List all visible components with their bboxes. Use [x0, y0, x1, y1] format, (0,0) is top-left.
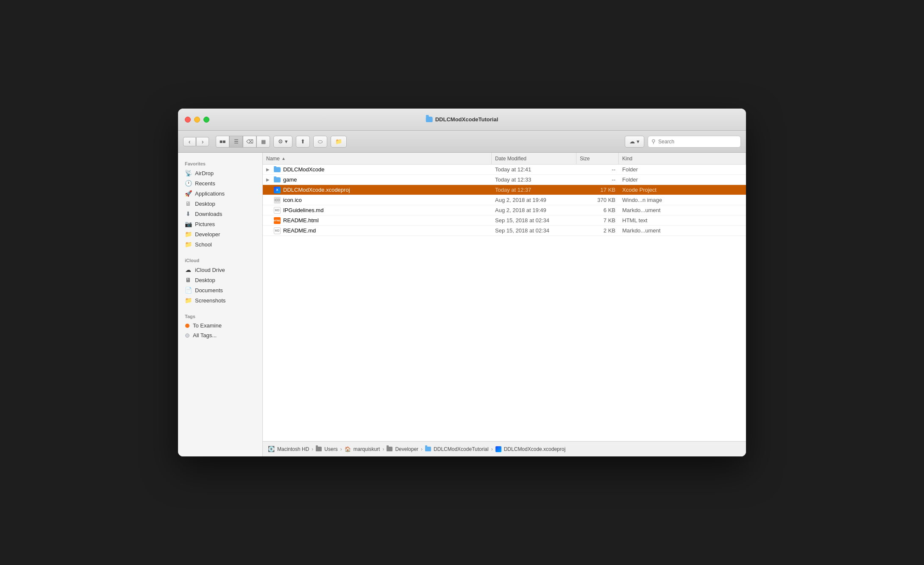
breadcrumb-label: Macintosh HD: [277, 446, 309, 452]
md2-file-icon: MD: [274, 227, 281, 234]
sidebar-item-icloud-drive[interactable]: ☁ iCloud Drive: [178, 265, 262, 275]
gear-icon: ⚙: [278, 138, 283, 145]
sidebar-label-all-tags: All Tags...: [193, 332, 217, 338]
tag-btn[interactable]: ⬭: [313, 136, 327, 148]
minimize-button[interactable]: [194, 117, 200, 123]
folder-title-icon: [426, 117, 433, 122]
file-name-label: DDLCModXcode.xcodeproj: [283, 187, 350, 193]
breadcrumb-developer[interactable]: Developer: [387, 446, 418, 452]
sidebar-item-airdrop[interactable]: 📡 AirDrop: [178, 168, 262, 178]
sidebar: Favorites 📡 AirDrop 🕐 Recents 🚀 Applicat…: [178, 153, 263, 456]
file-name-label: icon.ico: [283, 197, 302, 203]
sidebar-item-desktop[interactable]: 🖥 Desktop: [178, 199, 262, 209]
sidebar-item-developer[interactable]: 📁 Developer: [178, 229, 262, 239]
table-row[interactable]: HTML README.html Sep 15, 2018 at 02:34 7…: [263, 215, 746, 226]
titlebar: DDLCModXcodeTutorial: [178, 109, 746, 131]
breadcrumb-label: DDLCModXcode.xcodeproj: [504, 446, 565, 452]
file-name-label: game: [283, 176, 297, 183]
new-folder-btn[interactable]: 📁: [331, 136, 347, 148]
cloud-icon: ☁: [629, 138, 635, 145]
sidebar-label-screenshots: Screenshots: [195, 297, 225, 304]
window-title-text: DDLCModXcodeTutorial: [435, 116, 498, 123]
file-size-cell: 7 KB: [576, 217, 619, 224]
search-box[interactable]: ⚲: [648, 136, 741, 148]
folder-plus-icon: 📁: [335, 138, 342, 145]
table-row[interactable]: ▶ DDLCModXcode Today at 12:41 -- Folder: [263, 165, 746, 175]
html-file-icon: HTML: [274, 217, 281, 224]
share-btn[interactable]: ⬆: [296, 136, 310, 148]
sidebar-item-documents[interactable]: 📄 Documents: [178, 285, 262, 295]
table-row[interactable]: ICO icon.ico Aug 2, 2018 at 19:49 370 KB…: [263, 195, 746, 205]
col-kind[interactable]: Kind: [619, 153, 746, 164]
forward-button[interactable]: ›: [196, 137, 209, 146]
sidebar-label-pictures: Pictures: [195, 221, 215, 227]
view-icon-btn[interactable]: ■■: [216, 136, 229, 148]
html-icon: HTML: [274, 217, 281, 224]
file-name-cell: ▶ game: [263, 176, 492, 183]
sidebar-item-pictures[interactable]: 📷 Pictures: [178, 219, 262, 229]
traffic-lights: [185, 117, 209, 123]
sidebar-item-applications[interactable]: 🚀 Applications: [178, 188, 262, 199]
file-name-label: IPGuidelines.md: [283, 207, 323, 213]
sidebar-label-airdrop: AirDrop: [195, 170, 214, 176]
view-column-btn[interactable]: ⌫: [243, 136, 256, 148]
back-button[interactable]: ‹: [183, 137, 196, 146]
file-area: Name ▲ Date Modified Size Kind ▶: [263, 153, 746, 456]
col-name-label: Name: [266, 156, 280, 162]
breadcrumb-user[interactable]: 🏠 marquiskurt: [345, 446, 380, 452]
sidebar-label-desktop: Desktop: [195, 201, 215, 207]
recents-icon: 🕐: [185, 180, 192, 187]
xcode-bc-icon: [495, 446, 501, 452]
table-row[interactable]: ▶ game Today at 12:33 -- Folder: [263, 175, 746, 185]
close-button[interactable]: [185, 117, 191, 123]
icloud-drive-icon: ☁: [185, 266, 192, 273]
maximize-button[interactable]: [203, 117, 209, 123]
sidebar-label-downloads: Downloads: [195, 211, 222, 217]
airdrop-icon: 📡: [185, 170, 192, 176]
col-date[interactable]: Date Modified: [492, 153, 576, 164]
sidebar-item-all-tags[interactable]: All Tags...: [178, 330, 262, 340]
table-row[interactable]: MD README.md Sep 15, 2018 at 02:34 2 KB …: [263, 226, 746, 236]
folder-bc-icon-blue: [425, 447, 431, 451]
breadcrumb-tutorial[interactable]: DDLCModXcodeTutorial: [425, 446, 489, 452]
icloud-btn[interactable]: ☁ ▾: [625, 136, 644, 148]
breadcrumb-sep: ›: [340, 446, 342, 452]
downloads-icon: ⬇: [185, 210, 192, 217]
table-row[interactable]: MD IPGuidelines.md Aug 2, 2018 at 19:49 …: [263, 205, 746, 215]
disclosure-arrow-icon: ▶: [266, 167, 271, 172]
view-options-btn[interactable]: ⚙ ▾: [273, 136, 292, 148]
view-gallery-btn[interactable]: ▦: [256, 136, 270, 148]
col-name[interactable]: Name ▲: [263, 153, 492, 164]
sidebar-label-cloud-desktop: Desktop: [195, 277, 215, 283]
search-input[interactable]: [658, 139, 737, 145]
sort-arrow: ▲: [281, 156, 286, 161]
xcode-icon: X: [274, 187, 281, 193]
md2-icon: MD: [274, 227, 281, 234]
sidebar-item-to-examine[interactable]: To Examine: [178, 321, 262, 330]
sidebar-item-downloads[interactable]: ⬇ Downloads: [178, 209, 262, 219]
file-kind-cell: HTML text: [619, 217, 746, 224]
file-name-cell: X DDLCModXcode.xcodeproj: [263, 187, 492, 193]
xcode-file-icon: X: [274, 187, 281, 193]
view-list-btn[interactable]: ☰: [229, 136, 243, 148]
breadcrumb-macintosh[interactable]: 💽 Macintosh HD: [268, 446, 309, 452]
breadcrumb-label: marquiskurt: [353, 446, 380, 452]
file-name-cell: HTML README.html: [263, 217, 492, 224]
ico-icon: ICO: [274, 197, 281, 204]
school-icon: 📁: [185, 241, 192, 248]
table-row[interactable]: X DDLCModXcode.xcodeproj Today at 12:37 …: [263, 185, 746, 195]
pictures-icon: 📷: [185, 221, 192, 227]
sidebar-item-cloud-desktop[interactable]: 🖥 Desktop: [178, 275, 262, 285]
tags-header: Tags: [178, 310, 262, 321]
file-date-cell: Sep 15, 2018 at 02:34: [492, 227, 576, 234]
sidebar-item-screenshots[interactable]: 📁 Screenshots: [178, 295, 262, 305]
sidebar-item-recents[interactable]: 🕐 Recents: [178, 178, 262, 188]
breadcrumb-sep: ›: [491, 446, 493, 452]
file-kind-cell: Markdo...ument: [619, 207, 746, 213]
breadcrumb-users[interactable]: Users: [316, 446, 337, 452]
col-size[interactable]: Size: [576, 153, 619, 164]
breadcrumb-xcodeproj[interactable]: DDLCModXcode.xcodeproj: [495, 446, 565, 452]
sidebar-label-icloud-drive: iCloud Drive: [195, 267, 225, 273]
file-kind-cell: Folder: [619, 166, 746, 173]
sidebar-item-school[interactable]: 📁 School: [178, 239, 262, 249]
